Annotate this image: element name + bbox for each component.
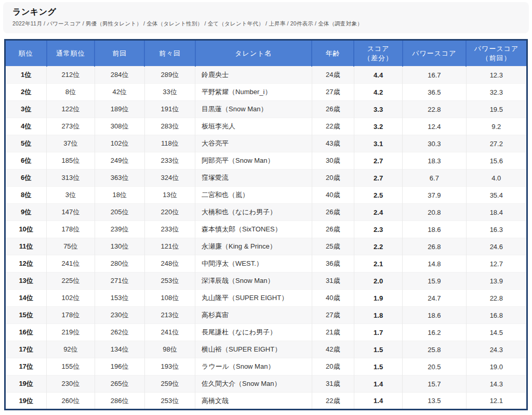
cell-rank: 16位 bbox=[5, 324, 47, 341]
cell-age: 26歳 bbox=[312, 204, 354, 221]
cell-rank: 8位 bbox=[5, 187, 47, 204]
column-header-score-diff: スコア （差分） bbox=[354, 40, 402, 67]
cell-power-score: 18.6 bbox=[403, 307, 466, 324]
cell-rank: 19位 bbox=[5, 393, 47, 410]
table-row: 6位 185位 249位 233位 阿部亮平（Snow Man） 30歳 2.7… bbox=[5, 152, 527, 170]
cell-score-diff: 3.3 bbox=[354, 101, 402, 118]
cell-talent-name: 丸山隆平（SUPER EIGHT） bbox=[195, 290, 312, 307]
cell-age: 25歳 bbox=[312, 238, 354, 255]
cell-age: 24歳 bbox=[312, 67, 354, 84]
table-row: 6位 313位 363位 324位 窪塚愛流 20歳 2.7 6.7 4.0 bbox=[5, 170, 527, 187]
cell-normal-rank: 37位 bbox=[47, 135, 95, 152]
cell-score-diff: 1.5 bbox=[354, 341, 402, 358]
cell-prev: 262位 bbox=[95, 324, 144, 341]
cell-rank: 5位 bbox=[5, 135, 47, 152]
cell-prev-prev: 118位 bbox=[144, 135, 195, 152]
cell-age: 31歳 bbox=[312, 375, 354, 393]
cell-prev: 102位 bbox=[95, 135, 144, 152]
table-row: 2位 8位 42位 33位 平野紫耀（Number_i） 27歳 4.2 36.… bbox=[5, 84, 527, 101]
cell-prev: 130位 bbox=[95, 238, 144, 255]
cell-prev-prev: 191位 bbox=[144, 101, 195, 118]
cell-talent-name: 二宮和也（嵐） bbox=[195, 187, 312, 204]
cell-power-score: 22.8 bbox=[403, 101, 466, 118]
cell-power-score: 25.8 bbox=[403, 341, 466, 358]
cell-power-score-prev: 27.2 bbox=[466, 135, 527, 152]
cell-age: 26歳 bbox=[312, 101, 354, 118]
cell-power-score-prev: 32.3 bbox=[466, 84, 527, 101]
cell-score-diff: 1.4 bbox=[354, 393, 402, 410]
cell-power-score-prev: 14.5 bbox=[466, 324, 527, 341]
cell-rank: 3位 bbox=[5, 101, 47, 118]
table-header-row: 順位 通常順位 前回 前々回 タレント名 年齢 スコア （差分） パワースコア … bbox=[5, 40, 527, 67]
table-row: 19位 230位 265位 259位 佐久間大介（Snow Man） 31歳 1… bbox=[5, 375, 527, 393]
cell-power-score-prev: 12.1 bbox=[466, 393, 527, 410]
cell-power-score-prev: 13.9 bbox=[466, 273, 527, 290]
cell-power-score: 15.7 bbox=[403, 375, 466, 393]
cell-talent-name: 永瀬廉（King & Prince） bbox=[195, 238, 312, 255]
cell-talent-name: 森本慎太郎（SixTONES） bbox=[195, 221, 312, 238]
cell-power-score-prev: 12.3 bbox=[466, 67, 527, 84]
cell-rank: 2位 bbox=[5, 84, 47, 101]
cell-talent-name: ラウール（Snow Man） bbox=[195, 358, 312, 375]
cell-prev: 308位 bbox=[95, 118, 144, 135]
table-row: 4位 273位 308位 283位 板垣李光人 22歳 3.2 12.4 9.2 bbox=[5, 118, 527, 135]
cell-prev: 271位 bbox=[95, 273, 144, 290]
cell-prev: 42位 bbox=[95, 84, 144, 101]
table-row: 11位 75位 130位 121位 永瀬廉（King & Prince） 25歳… bbox=[5, 238, 527, 255]
column-header-power-score-prev: パワースコア （前回） bbox=[466, 40, 527, 67]
cell-normal-rank: 3位 bbox=[47, 187, 95, 204]
cell-normal-rank: 178位 bbox=[47, 307, 95, 324]
cell-rank: 15位 bbox=[5, 307, 47, 324]
cell-score-diff: 1.9 bbox=[354, 290, 402, 307]
page-title: ランキング bbox=[12, 7, 520, 18]
cell-prev: 189位 bbox=[95, 101, 144, 118]
cell-power-score-prev: 14.3 bbox=[466, 375, 527, 393]
ranking-header-panel: ランキング 2022年11月 / パワースコア / 男優（男性タレント） / 全… bbox=[3, 2, 529, 33]
cell-age: 20歳 bbox=[312, 170, 354, 187]
cell-talent-name: 目黒蓮（Snow Man） bbox=[195, 101, 312, 118]
cell-prev-prev: 253位 bbox=[144, 393, 195, 410]
cell-prev-prev: 13位 bbox=[144, 187, 195, 204]
column-header-prev-prev: 前々回 bbox=[144, 40, 195, 67]
cell-talent-name: 板垣李光人 bbox=[195, 118, 312, 135]
cell-power-score-prev: 19.0 bbox=[466, 358, 527, 375]
cell-score-diff: 2.2 bbox=[354, 238, 402, 255]
cell-normal-rank: 241位 bbox=[47, 255, 95, 273]
cell-talent-name: 阿部亮平（Snow Man） bbox=[195, 152, 312, 170]
cell-talent-name: 佐久間大介（Snow Man） bbox=[195, 375, 312, 393]
cell-normal-rank: 92位 bbox=[47, 341, 95, 358]
cell-power-score-prev: 35.4 bbox=[466, 187, 527, 204]
cell-age: 42歳 bbox=[312, 341, 354, 358]
column-header-talent-name: タレント名 bbox=[195, 40, 312, 67]
cell-power-score: 16.7 bbox=[403, 67, 466, 84]
cell-normal-rank: 8位 bbox=[47, 84, 95, 101]
cell-prev-prev: 248位 bbox=[144, 255, 195, 273]
cell-prev-prev: 253位 bbox=[144, 273, 195, 290]
cell-age: 27歳 bbox=[312, 84, 354, 101]
cell-prev-prev: 324位 bbox=[144, 170, 195, 187]
cell-prev: 134位 bbox=[95, 341, 144, 358]
cell-prev: 18位 bbox=[95, 187, 144, 204]
cell-prev-prev: 193位 bbox=[144, 358, 195, 375]
cell-talent-name: 鈴鹿央士 bbox=[195, 67, 312, 84]
cell-prev: 284位 bbox=[95, 67, 144, 84]
cell-rank: 14位 bbox=[5, 290, 47, 307]
cell-normal-rank: 212位 bbox=[47, 67, 95, 84]
cell-power-score-prev: 19.5 bbox=[466, 101, 527, 118]
cell-power-score-prev: 24.3 bbox=[466, 341, 527, 358]
cell-power-score: 16.2 bbox=[403, 324, 466, 341]
cell-score-diff: 2.5 bbox=[354, 187, 402, 204]
cell-score-diff: 2.0 bbox=[354, 273, 402, 290]
column-header-age: 年齢 bbox=[312, 40, 354, 67]
cell-talent-name: 高杉真宙 bbox=[195, 307, 312, 324]
cell-score-diff: 2.7 bbox=[354, 152, 402, 170]
cell-rank: 1位 bbox=[5, 67, 47, 84]
cell-power-score: 12.4 bbox=[403, 118, 466, 135]
cell-normal-rank: 102位 bbox=[47, 290, 95, 307]
cell-power-score-prev: 16.3 bbox=[466, 221, 527, 238]
cell-power-score-prev: 16.8 bbox=[466, 307, 527, 324]
cell-power-score: 36.5 bbox=[403, 84, 466, 101]
cell-normal-rank: 122位 bbox=[47, 101, 95, 118]
cell-age: 26歳 bbox=[312, 221, 354, 238]
table-body: 1位 212位 284位 289位 鈴鹿央士 24歳 4.4 16.7 12.3… bbox=[5, 67, 527, 410]
